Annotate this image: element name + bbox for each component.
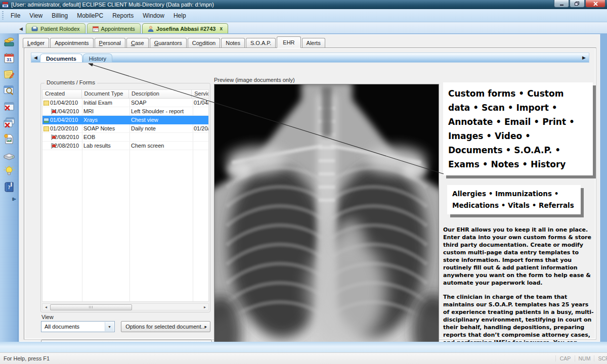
patient-icon: [148, 26, 154, 32]
pdf-icon: [51, 143, 52, 149]
tab-patient-rolodex[interactable]: Patient Rolodex: [26, 23, 85, 33]
clinical-callout: Allergies • Immunizations • Medications …: [447, 185, 581, 214]
menu-window[interactable]: Window: [138, 11, 169, 21]
title-bar: [User: administrator, default] ECLIPSE C…: [0, 0, 607, 9]
calendar-icon: [93, 26, 99, 32]
tab-ehr[interactable]: EHR: [277, 36, 300, 48]
column-header-type[interactable]: Document Type: [82, 90, 129, 98]
scroll-lock-indicator: SCR: [594, 355, 607, 361]
tab-case[interactable]: Case: [126, 38, 149, 48]
features-callout: Custom forms • Custom data • Scan • Impo…: [443, 82, 593, 175]
xray-preview-image: [214, 84, 439, 348]
scroll-left-icon[interactable]: ◂: [42, 304, 50, 310]
image-icon: [44, 118, 49, 123]
chevron-down-icon[interactable]: ▼: [105, 322, 114, 331]
preview-label: Preview (image documents only): [214, 77, 295, 83]
payments-icon[interactable]: [1, 34, 17, 50]
app-icon: [2, 2, 9, 8]
help-book-icon[interactable]: ?: [1, 179, 17, 195]
close-button[interactable]: [585, 0, 605, 8]
keyboard-indicators: CAP NUM SCR: [555, 353, 607, 364]
patient-record-panel: Ledger Appointments Personal Case Guaran…: [19, 34, 600, 342]
tab-scroll-left-icon[interactable]: ◀: [19, 26, 23, 31]
horizontal-scrollbar[interactable]: ◂ ▸: [42, 303, 209, 310]
subtab-scroll-right-icon[interactable]: ▶: [582, 55, 586, 60]
svg-text:?: ?: [8, 185, 10, 190]
menu-bar: File View Billing MobilePC Reports Windo…: [0, 9, 607, 22]
menu-help[interactable]: Help: [169, 11, 191, 21]
toolbar-overflow-icon[interactable]: ▮▸: [0, 196, 18, 202]
note-icon: [44, 101, 49, 106]
record-tab-strip: Ledger Appointments Personal Case Guaran…: [23, 37, 326, 48]
view-label: View: [41, 314, 54, 320]
menu-arrow-icon: ▸: [204, 324, 207, 329]
view-filter-value: All documents: [45, 324, 79, 330]
group-title: Documents / Forms: [45, 79, 97, 85]
options-for-selected-document-button[interactable]: Options for selected document... ▸: [121, 321, 210, 332]
patient-tab-bar: ◀ Patient Rolodex Appointments Josefina …: [0, 22, 607, 33]
tab-label: Patient Rolodex: [40, 26, 80, 32]
caps-lock-indicator: CAP: [555, 355, 575, 361]
table-row[interactable]: 02/08/2010 Lab results Chem screen: [42, 142, 208, 150]
status-message: For Help, press F1: [4, 355, 50, 361]
column-header-description[interactable]: Description: [129, 90, 192, 98]
pdf-icon: [51, 134, 52, 140]
ehr-subtab-strip: ◀ Documents History ▶: [31, 53, 589, 63]
tab-guarantors[interactable]: Guarantors: [150, 38, 187, 48]
minimize-button[interactable]: [554, 0, 569, 8]
table-row-selected[interactable]: 01/04/2010 Xrays Chest view: [42, 116, 208, 124]
pdf-icon: [51, 109, 52, 114]
tips-bulb-icon[interactable]: [1, 163, 17, 179]
maximize-button[interactable]: [570, 0, 585, 8]
table-row[interactable]: 01/04/2010 Initial Exam SOAP 01/04/2: [42, 99, 208, 107]
scanner-icon[interactable]: [1, 147, 17, 163]
appointments-calendar-icon[interactable]: 31: [1, 50, 17, 66]
tab-documents[interactable]: Documents: [40, 54, 82, 62]
tab-label: Josefina Abbasi #2743: [156, 26, 216, 32]
tab-appointments-main[interactable]: Appointments: [87, 23, 141, 33]
table-row[interactable]: 02/08/2010 EOB: [42, 133, 208, 142]
search-icon[interactable]: [1, 82, 17, 98]
rolodex-icon: [31, 26, 38, 31]
num-lock-indicator: NUM: [575, 355, 594, 361]
menu-reports[interactable]: Reports: [108, 11, 138, 21]
notes-icon[interactable]: [1, 66, 17, 82]
tab-label: Appointments: [101, 26, 135, 32]
column-header-created[interactable]: Created: [42, 90, 82, 98]
tab-history[interactable]: History: [83, 54, 112, 62]
table-row[interactable]: 01/20/2010 SOAP Notes Daily note 01/20/2: [42, 124, 208, 133]
left-toolbar: 31: [0, 33, 18, 352]
subtab-scroll-left-icon[interactable]: ◀: [34, 55, 37, 60]
tab-condition[interactable]: Condition: [188, 38, 220, 48]
image-document-icon[interactable]: [1, 131, 17, 147]
status-bar: For Help, press F1 CAP NUM SCR: [0, 352, 607, 364]
ehr-panel: ◀ Documents History ▶ Documents / Forms …: [24, 48, 596, 340]
window-title: [User: administrator, default] ECLIPSE C…: [11, 2, 214, 8]
tab-notes[interactable]: Notes: [221, 38, 245, 48]
column-header-service[interactable]: Service: [192, 90, 208, 98]
documents-forms-group: Documents / Forms Created Document Type …: [40, 83, 210, 312]
tab-alerts[interactable]: Alerts: [302, 38, 325, 48]
menu-view[interactable]: View: [25, 11, 47, 21]
tab-personal[interactable]: Personal: [95, 38, 125, 48]
tab-patient-josefina-abbasi[interactable]: Josefina Abbasi #2743 x: [142, 23, 228, 33]
tab-soap[interactable]: S.O.A.P.: [246, 38, 276, 48]
scroll-right-icon[interactable]: ▸: [201, 304, 208, 310]
eclipse-client-window: { "window": { "title": "[User: administr…: [0, 0, 607, 364]
menu-file[interactable]: File: [6, 11, 25, 21]
tab-ledger[interactable]: Ledger: [23, 38, 49, 48]
table-row[interactable]: 01/04/2010 MRI Left Shoulder - report: [42, 107, 208, 116]
close-window-icon[interactable]: [1, 99, 17, 114]
view-filter-select[interactable]: All documents ▼: [41, 321, 115, 332]
documents-table: Created Document Type Description Servic…: [42, 89, 209, 302]
tab-appointments[interactable]: Appointments: [50, 38, 93, 48]
close-tab-icon[interactable]: x: [220, 26, 223, 31]
window-bottom-strip: [0, 342, 607, 352]
menu-mobilepc[interactable]: MobilePC: [72, 11, 108, 21]
scrollbar-thumb[interactable]: [50, 304, 132, 310]
table-header: Created Document Type Description Servic…: [42, 90, 208, 99]
menu-billing[interactable]: Billing: [47, 11, 72, 21]
svg-text:31: 31: [6, 57, 11, 62]
marketing-paragraph-1: Our EHR allows you to keep it all in one…: [443, 226, 596, 287]
close-all-windows-icon[interactable]: [1, 115, 17, 130]
